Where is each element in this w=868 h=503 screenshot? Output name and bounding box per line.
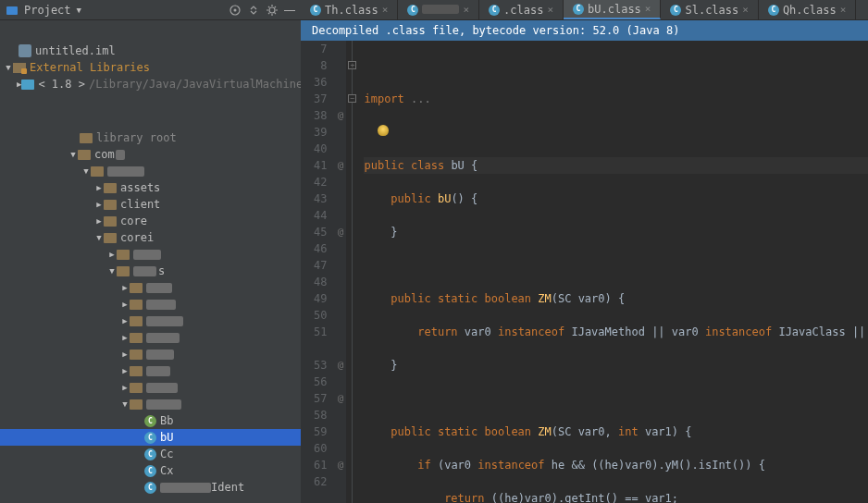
editor-tab[interactable]: bU.class× <box>564 0 661 19</box>
svg-point-2 <box>234 8 237 11</box>
tree-folder[interactable]: ▶ <box>0 379 301 396</box>
folder-icon <box>91 166 104 177</box>
tree-label: External Libraries <box>30 59 150 76</box>
tree-label: corei <box>120 229 154 246</box>
close-tab-icon[interactable]: × <box>645 3 651 15</box>
tab-label: .class <box>503 4 543 17</box>
tree-class-item[interactable]: Cc <box>0 446 301 462</box>
tree-label: untitled.iml <box>35 43 116 59</box>
gear-icon[interactable] <box>266 4 279 17</box>
editor-area[interactable]: 7836373839404142434445464748495051535657… <box>301 41 868 503</box>
tree-folder[interactable]: ▶ <box>0 279 301 296</box>
tree-folder[interactable]: ▶ <box>0 346 301 362</box>
tab-label: Th.class <box>325 4 378 17</box>
project-tree[interactable]: untitled.iml ▼ External Libraries ▶ < 1.… <box>0 41 301 503</box>
folder-icon <box>130 350 143 360</box>
close-tab-icon[interactable]: × <box>382 4 389 16</box>
tree-folder[interactable]: ▶ <box>0 313 301 329</box>
intention-bulb-icon[interactable] <box>378 125 389 136</box>
folder-icon <box>130 399 143 410</box>
close-tab-icon[interactable]: × <box>547 4 553 16</box>
tree-folder[interactable]: ▼s <box>0 263 301 279</box>
line-numbers: 7836373839404142434445464748495051535657… <box>301 41 334 503</box>
folder-icon <box>104 183 117 193</box>
tree-folder[interactable]: ▼corei <box>0 229 301 246</box>
folder-icon <box>130 333 143 343</box>
editor-tabs: Th.class××.class×bU.class×Sl.class×Qh.cl… <box>301 0 868 20</box>
tree-label: core <box>120 213 147 229</box>
tree-label: Cc <box>160 446 173 462</box>
svg-rect-0 <box>6 6 18 15</box>
tree-library-root[interactable]: library root <box>0 129 301 146</box>
folder-icon <box>21 80 34 90</box>
tree-folder[interactable]: ▶core <box>0 213 301 229</box>
svg-point-3 <box>269 7 275 13</box>
file-icon <box>19 44 31 57</box>
tree-folder[interactable]: ▶ <box>0 296 301 313</box>
editor-tab[interactable]: × <box>398 0 479 19</box>
minimize-icon[interactable]: — <box>284 4 295 17</box>
folder-icon <box>80 133 93 143</box>
tree-folder[interactable]: ▶ <box>0 246 301 263</box>
fold-gutter[interactable]: + − <box>347 41 358 503</box>
tree-jdk[interactable]: ▶ < 1.8 > /Library/Java/JavaVirtualMachi… <box>0 76 301 92</box>
tree-folder[interactable]: ▼com <box>0 146 301 163</box>
tree-class-item[interactable]: Cx <box>0 462 301 479</box>
locate-icon[interactable] <box>229 4 242 17</box>
tree-label: bU <box>160 429 173 446</box>
tree-ext-libs[interactable]: ▼ External Libraries <box>0 59 301 76</box>
project-label[interactable]: Project <box>24 4 71 17</box>
caret-down-icon: ▼ <box>4 59 13 76</box>
folder-icon <box>130 283 143 293</box>
editor-tab[interactable]: Sl.class× <box>661 0 758 19</box>
project-tool-header: Project ▼ — <box>0 0 301 20</box>
collapse-icon[interactable] <box>247 4 260 17</box>
folder-icon <box>130 300 143 310</box>
tree-folder[interactable]: ▶assets <box>0 179 301 196</box>
close-tab-icon[interactable]: × <box>840 4 847 16</box>
class-icon <box>573 4 584 15</box>
class-icon <box>489 5 500 16</box>
class-icon <box>144 482 156 494</box>
folder-icon <box>104 233 117 243</box>
folder-icon <box>117 250 130 260</box>
tree-class-item[interactable]: Ident <box>0 479 301 496</box>
tree-class-item-selected[interactable]: bU <box>0 429 301 446</box>
fold-toggle-icon[interactable]: − <box>348 94 356 103</box>
tree-folder[interactable]: ▶client <box>0 196 301 213</box>
tree-label: Ident <box>211 479 244 496</box>
editor-tab[interactable]: .class× <box>479 0 564 19</box>
folder-icon <box>104 200 117 210</box>
tree-label: Cx <box>160 462 173 479</box>
class-icon <box>144 432 156 444</box>
folder-icon <box>78 150 91 160</box>
tree-folder[interactable]: ▶ <box>0 362 301 379</box>
tab-label: bU.class <box>588 3 641 16</box>
tree-label: < 1.8 > <box>38 76 85 92</box>
folder-icon <box>130 316 143 326</box>
folder-icon <box>104 216 117 227</box>
tree-label: client <box>120 196 160 213</box>
tree-label: assets <box>120 179 160 196</box>
tree-label: library root <box>96 129 177 146</box>
editor-tab[interactable]: Th.class× <box>301 0 398 19</box>
tree-label-path: /Library/Java/JavaVirtualMachine <box>89 76 301 92</box>
code-content[interactable]: import ... public class bU { public bU()… <box>358 41 868 503</box>
tree-folder[interactable]: ▼ <box>0 163 301 179</box>
tab-label <box>422 4 459 17</box>
tree-class-item[interactable]: Bb <box>0 412 301 429</box>
class-icon <box>407 5 418 16</box>
tab-label: Qh.class <box>783 4 837 17</box>
tree-folder[interactable]: ▶ <box>0 329 301 346</box>
fold-toggle-icon[interactable]: + <box>348 61 356 69</box>
close-tab-icon[interactable]: × <box>463 4 469 16</box>
gutter-marks: @@@@@@ <box>334 41 347 503</box>
close-tab-icon[interactable]: × <box>742 4 749 16</box>
chevron-down-icon[interactable]: ▼ <box>77 6 81 15</box>
tree-file[interactable]: untitled.iml <box>0 43 301 59</box>
tree-folder[interactable]: ▼ <box>0 396 301 412</box>
tree-label: s <box>158 263 165 279</box>
tree-label: Bb <box>160 412 173 429</box>
tab-label: Sl.class <box>685 4 738 17</box>
editor-tab[interactable]: Qh.class× <box>759 0 856 19</box>
